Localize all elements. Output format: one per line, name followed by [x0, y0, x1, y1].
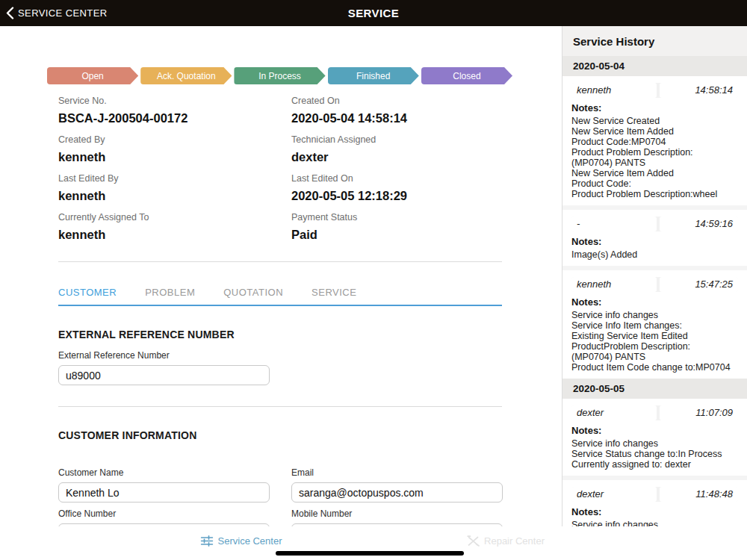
field-value: 2020-05-04 14:58:14	[291, 111, 502, 125]
back-button[interactable]: SERVICE CENTER	[6, 0, 108, 26]
email-input[interactable]	[291, 482, 503, 503]
history-notes-label: Notes:	[571, 296, 738, 308]
field-currently-assigned-to: Currently Assigned To kenneth	[58, 212, 291, 242]
history-entry-meta: dexter11:48:48	[571, 487, 738, 502]
customer-information-section-title: CUSTOMER INFORMATION	[58, 429, 502, 442]
detail-tabs: CUSTOMER PROBLEM QUOTATION SERVICE	[58, 287, 502, 306]
tab-quotation[interactable]: QUOTATION	[223, 287, 283, 298]
history-entry: -14:59:16Notes:Image(s) Added	[562, 205, 747, 266]
status-step-ack-quotation: Ack. Quotation	[140, 67, 232, 84]
history-entry-meta: dexter11:07:09	[571, 405, 738, 420]
divider	[58, 406, 502, 407]
field-label: Last Edited By	[58, 173, 291, 184]
status-flow: Open Ack. Quotation In Process Finished …	[47, 67, 512, 84]
history-entry-meta: -14:59:16	[571, 217, 738, 231]
service-history-panel[interactable]: Service History 2020-05-04kenneth14:58:1…	[562, 26, 747, 560]
tab-customer[interactable]: CUSTOMER	[58, 287, 117, 298]
history-note-line: Product Code:	[571, 178, 738, 189]
field-label: Technician Assigned	[291, 134, 502, 146]
tab-service-center-label: Service Center	[218, 535, 282, 547]
history-entry-meta: kenneth14:58:14	[571, 83, 738, 98]
status-step-open: Open	[47, 67, 138, 84]
sliders-icon	[201, 535, 214, 547]
field-label: Created By	[58, 134, 291, 146]
field-label: Last Edited On	[291, 173, 502, 184]
back-button-label: SERVICE CENTER	[18, 7, 108, 19]
customer-name-label: Customer Name	[58, 467, 270, 478]
mobile-number-label: Mobile Number	[291, 508, 503, 519]
history-notes-label: Notes:	[571, 506, 738, 518]
tab-repair-center-label: Repair Center	[484, 535, 545, 547]
service-details: Service No. BSCA-J-200504-00172 Created …	[58, 96, 502, 242]
field-created-on: Created On 2020-05-04 14:58:14	[291, 96, 502, 125]
field-value: kenneth	[58, 227, 291, 242]
history-date-header: 2020-05-04	[562, 56, 747, 76]
history-notes-label: Notes:	[571, 425, 738, 437]
tab-repair-center[interactable]: Repair Center	[467, 535, 545, 547]
history-note-line: Product Code:MP0704	[571, 137, 738, 147]
service-history-title: Service History	[562, 26, 747, 56]
service-detail-pane: Open Ack. Quotation In Process Finished …	[0, 26, 562, 560]
history-entry-user: -	[571, 217, 657, 231]
history-note-line: Product Item Code change to:MP0704	[571, 362, 738, 373]
external-reference-input[interactable]	[58, 365, 270, 385]
history-note-line: (MP0704) PANTS	[571, 158, 738, 168]
email-label: Email	[291, 467, 503, 478]
divider	[58, 261, 502, 262]
field-created-by: Created By kenneth	[58, 134, 291, 164]
customer-name-field: Customer Name	[58, 467, 270, 503]
history-note-line: Product Problem Description:wheel	[571, 189, 738, 199]
history-entry: dexter11:07:09Notes:Service info changes…	[562, 399, 747, 476]
history-note-line: Currently assigned to: dexter	[571, 459, 738, 470]
office-number-label: Office Number	[58, 508, 270, 519]
field-label: Created On	[291, 96, 502, 107]
history-note-line: (MP0704) PANTS	[571, 352, 738, 362]
back-chevron-icon	[6, 7, 14, 19]
field-value: Paid	[291, 227, 502, 242]
history-note-line: New Service Item Added	[571, 168, 738, 178]
email-field: Email	[291, 467, 503, 503]
field-value: 2020-05-05 12:18:29	[291, 188, 502, 203]
tab-service-center[interactable]: Service Center	[201, 535, 282, 547]
field-value: BSCA-J-200504-00172	[58, 111, 291, 125]
history-entry-meta: kenneth15:47:25	[571, 277, 738, 292]
field-label: Service No.	[58, 96, 291, 107]
history-entry-user: kenneth	[571, 83, 657, 98]
field-label: Currently Assigned To	[58, 212, 291, 223]
history-date-header: 2020-05-05	[562, 379, 747, 399]
status-step-in-process: In Process	[234, 67, 325, 84]
history-note-line: ProductProblem Description:	[571, 341, 738, 352]
tab-service[interactable]: SERVICE	[311, 287, 356, 298]
field-technician-assigned: Technician Assigned dexter	[291, 134, 502, 164]
history-entry-time: 14:58:14	[660, 83, 738, 98]
home-indicator[interactable]	[276, 551, 464, 556]
history-entry: kenneth14:58:14Notes:New Service Created…	[562, 76, 747, 205]
field-last-edited-on: Last Edited On 2020-05-05 12:18:29	[291, 173, 502, 203]
status-step-closed: Closed	[421, 67, 512, 84]
history-note-line: Service info changes	[571, 438, 738, 449]
history-entry-user: dexter	[571, 405, 657, 420]
history-entry-time: 15:47:25	[660, 277, 738, 292]
history-entry-user: kenneth	[571, 277, 657, 292]
field-value: kenneth	[58, 149, 291, 164]
history-notes-label: Notes:	[571, 236, 738, 248]
history-note-line: Image(s) Added	[571, 249, 738, 260]
history-note-line: Service info changes	[571, 310, 738, 320]
history-entry-user: dexter	[571, 487, 657, 502]
customer-name-input[interactable]	[58, 482, 270, 503]
history-entry: kenneth15:47:25Notes:Service info change…	[562, 266, 747, 379]
service-history-list: 2020-05-04kenneth14:58:14Notes:New Servi…	[562, 56, 747, 536]
history-note-line: New Service Created	[571, 116, 738, 126]
history-entry-time: 11:07:09	[660, 405, 738, 420]
field-payment-status: Payment Status Paid	[291, 212, 502, 242]
history-note-line: Existing Service Item Edited	[571, 331, 738, 341]
field-value: dexter	[291, 149, 502, 164]
external-reference-section-title: EXTERNAL REFERENCE NUMBER	[58, 329, 502, 341]
external-reference-label: External Reference Number	[58, 350, 562, 361]
field-label: Payment Status	[291, 212, 502, 223]
top-nav-bar: SERVICE CENTER SERVICE	[0, 0, 747, 26]
field-last-edited-by: Last Edited By kenneth	[58, 173, 291, 203]
history-note-line: Product Problem Description:	[571, 147, 738, 158]
history-note-line: Service Info Item changes:	[571, 320, 738, 331]
tab-problem[interactable]: PROBLEM	[145, 287, 195, 298]
